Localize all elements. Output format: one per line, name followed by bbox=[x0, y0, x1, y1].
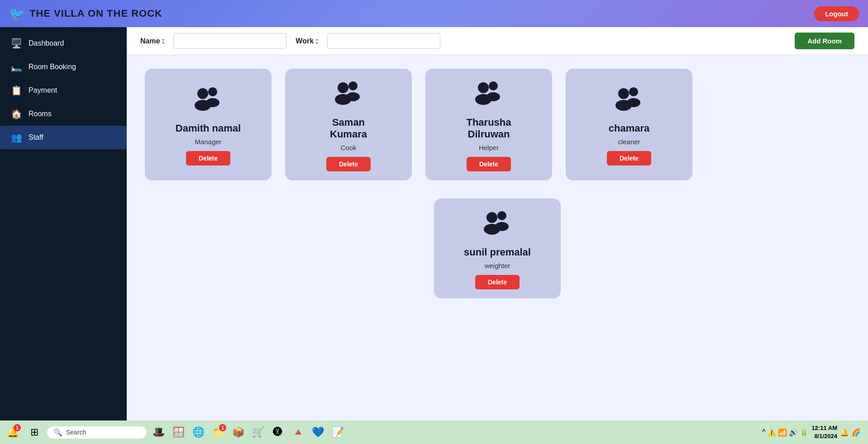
taskbar-app-git[interactable]: 🔺 bbox=[289, 423, 307, 441]
sidebar-item-room-booking[interactable]: 🛏️ Room Booking bbox=[0, 55, 127, 79]
taskbar-right: ^ ⚠️ 📶 🔊 🔋 12:11 AM 8/1/2024 🔔 🌈 bbox=[762, 424, 864, 440]
rooms-icon: 🏠 bbox=[11, 109, 22, 119]
logo: 🐦 THE VILLA ON THE ROCK bbox=[9, 6, 162, 21]
delete-button-2[interactable]: Delete bbox=[326, 157, 371, 171]
svg-point-7 bbox=[346, 92, 360, 101]
delete-button-4[interactable]: Delete bbox=[607, 151, 651, 165]
taskbar-app-folder[interactable]: 📁 1 bbox=[209, 423, 227, 441]
sidebar-item-room-booking-label: Room Booking bbox=[29, 63, 76, 71]
notification-bell-icon[interactable]: 🔔 bbox=[840, 428, 849, 437]
staff-row-2: sunil premalal weighter Delete bbox=[145, 198, 850, 298]
taskbar-date-text: 8/1/2024 bbox=[811, 432, 837, 440]
svg-point-15 bbox=[627, 98, 640, 107]
taskbar-time-text: 12:11 AM bbox=[811, 424, 837, 432]
name-input[interactable] bbox=[173, 33, 286, 49]
sidebar-item-payment[interactable]: 📋 Payment bbox=[0, 79, 127, 102]
svg-point-18 bbox=[497, 211, 506, 220]
logo-bird-icon: 🐦 bbox=[9, 6, 25, 21]
svg-point-8 bbox=[478, 82, 489, 93]
taskbar-app-word[interactable]: 📝 bbox=[329, 423, 347, 441]
taskbar-app-edge[interactable]: 🌐 bbox=[189, 423, 207, 441]
svg-point-14 bbox=[629, 87, 638, 96]
room-booking-icon: 🛏️ bbox=[11, 61, 22, 72]
work-label: Work : bbox=[296, 37, 318, 45]
staff-name-2: SamanKumara bbox=[330, 117, 367, 140]
sidebar-item-rooms-label: Rooms bbox=[29, 110, 52, 118]
staff-name-4: chamara bbox=[609, 123, 650, 134]
delete-button-1[interactable]: Delete bbox=[186, 151, 230, 165]
taskbar-app-vscode[interactable]: 💙 bbox=[309, 423, 327, 441]
folder-badge: 1 bbox=[219, 424, 226, 431]
color-wheel-icon: 🌈 bbox=[852, 428, 861, 437]
work-input[interactable] bbox=[327, 33, 440, 49]
main-content: Name : Work : Add Room Damith namal bbox=[127, 27, 868, 420]
sidebar-item-dashboard[interactable]: 🖥️ Dashboard bbox=[0, 32, 127, 55]
taskbar-apps: 🎩 🪟 🌐 📁 1 📦 🛒 🅧 🔺 💙 📝 bbox=[149, 423, 759, 441]
main-layout: 🖥️ Dashboard 🛏️ Room Booking 📋 Payment 🏠… bbox=[0, 27, 868, 420]
chevron-up-icon[interactable]: ^ bbox=[762, 428, 766, 436]
taskbar-search-text: Search bbox=[66, 429, 86, 436]
staff-avatar-3 bbox=[472, 80, 505, 111]
svg-point-19 bbox=[495, 222, 509, 231]
taskbar: 🔔 1 ⊞ 🔍 Search 🎩 🪟 🌐 📁 1 📦 🛒 🅧 🔺 💙 📝 ^ ⚠… bbox=[0, 420, 868, 444]
staff-icon: 👥 bbox=[11, 132, 22, 143]
svg-point-12 bbox=[618, 88, 629, 99]
staff-avatar-5 bbox=[481, 209, 514, 241]
search-icon: 🔍 bbox=[53, 428, 62, 437]
sidebar-item-payment-label: Payment bbox=[29, 86, 57, 94]
taskbar-app-window[interactable]: 🪟 bbox=[169, 423, 187, 441]
staff-card-1: Damith namal Manager Delete bbox=[145, 69, 272, 180]
taskbar-app-amazon[interactable]: 🛒 bbox=[249, 423, 267, 441]
warning-icon: ⚠️ bbox=[767, 428, 776, 437]
svg-point-16 bbox=[486, 212, 497, 223]
notification-badge: 1 bbox=[14, 424, 21, 431]
volume-icon[interactable]: 🔊 bbox=[789, 428, 798, 437]
staff-card-2: SamanKumara Cook Delete bbox=[285, 69, 412, 180]
sidebar-item-dashboard-label: Dashboard bbox=[29, 39, 64, 47]
taskbar-start-button[interactable]: ⊞ bbox=[24, 424, 44, 440]
svg-point-0 bbox=[197, 88, 208, 99]
svg-point-11 bbox=[486, 92, 500, 101]
name-label: Name : bbox=[140, 37, 164, 45]
sidebar: 🖥️ Dashboard 🛏️ Room Booking 📋 Payment 🏠… bbox=[0, 27, 127, 420]
add-room-button[interactable]: Add Room bbox=[795, 33, 854, 49]
app-title: THE VILLA ON THE ROCK bbox=[29, 8, 162, 19]
wifi-icon[interactable]: 📶 bbox=[778, 428, 787, 437]
staff-avatar-4 bbox=[613, 85, 645, 117]
taskbar-app-xampp[interactable]: 🅧 bbox=[269, 423, 287, 441]
taskbar-search-bar[interactable]: 🔍 Search bbox=[47, 426, 147, 439]
staff-avatar-2 bbox=[332, 80, 365, 111]
staff-avatar-1 bbox=[192, 85, 224, 117]
staff-name-5: sunil premalal bbox=[464, 246, 531, 258]
taskbar-system-icons: ^ ⚠️ 📶 🔊 🔋 bbox=[762, 428, 809, 437]
delete-button-3[interactable]: Delete bbox=[467, 157, 511, 171]
sidebar-item-staff-label: Staff bbox=[29, 133, 43, 142]
dashboard-icon: 🖥️ bbox=[11, 38, 22, 49]
staff-role-4: cleaner bbox=[618, 138, 640, 146]
staff-card-3: TharushaDilruwan Helper Delete bbox=[425, 69, 552, 180]
staff-role-2: Cook bbox=[340, 144, 356, 151]
delete-button-5[interactable]: Delete bbox=[475, 275, 520, 289]
taskbar-app-dropbox[interactable]: 📦 bbox=[229, 423, 247, 441]
staff-role-1: Manager bbox=[195, 138, 221, 146]
sidebar-item-staff[interactable]: 👥 Staff bbox=[0, 126, 127, 149]
payment-icon: 📋 bbox=[11, 85, 22, 96]
sidebar-item-rooms[interactable]: 🏠 Rooms bbox=[0, 102, 127, 126]
battery-icon: 🔋 bbox=[800, 428, 809, 437]
logout-button[interactable]: Logout bbox=[814, 6, 859, 21]
svg-point-2 bbox=[208, 87, 217, 96]
windows-icon: ⊞ bbox=[30, 426, 38, 438]
svg-point-4 bbox=[338, 82, 348, 93]
taskbar-app-hat[interactable]: 🎩 bbox=[149, 423, 167, 441]
taskbar-datetime[interactable]: 12:11 AM 8/1/2024 bbox=[811, 424, 837, 440]
topbar: Name : Work : Add Room bbox=[127, 27, 868, 55]
svg-point-6 bbox=[348, 81, 358, 90]
header: 🐦 THE VILLA ON THE ROCK Logout bbox=[0, 0, 868, 27]
staff-card-4: chamara cleaner Delete bbox=[566, 69, 692, 180]
staff-card-5: sunil premalal weighter Delete bbox=[434, 198, 561, 298]
staff-role-5: weighter bbox=[485, 262, 510, 269]
staff-name-1: Damith namal bbox=[176, 123, 241, 134]
staff-grid: Damith namal Manager Delete SamanKumara … bbox=[127, 55, 868, 420]
staff-role-3: Helper bbox=[479, 144, 499, 151]
taskbar-notification-icon[interactable]: 🔔 1 bbox=[4, 423, 22, 441]
